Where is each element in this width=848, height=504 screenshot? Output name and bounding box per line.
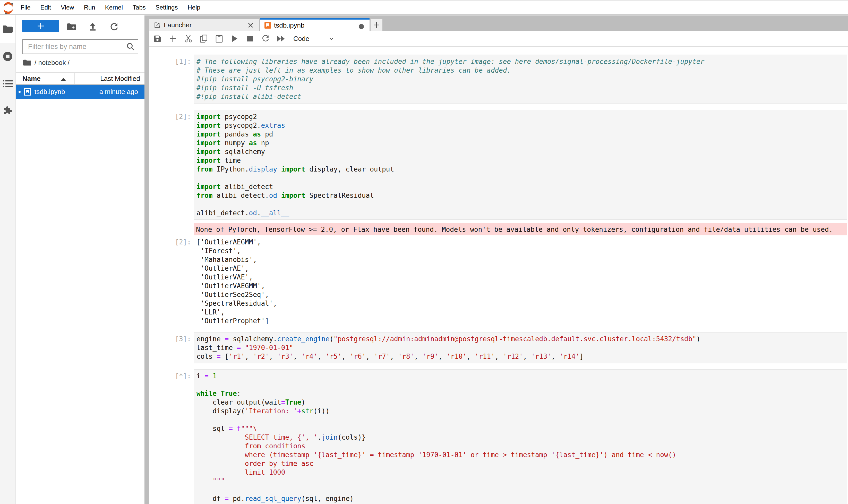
file-browser-toolbar xyxy=(16,15,144,39)
menu-tabs[interactable]: Tabs xyxy=(128,1,151,14)
stderr-output: None of PyTorch, TensorFlow >= 2.0, or F… xyxy=(149,223,848,235)
file-filter-box xyxy=(22,39,138,54)
unsaved-dot xyxy=(19,91,21,93)
launcher-icon xyxy=(154,22,160,28)
file-list-header: Name Last Modified xyxy=(16,73,144,85)
new-tab-button[interactable] xyxy=(370,18,383,31)
chevron-down-icon xyxy=(328,35,335,42)
cell-prompt: [3]: xyxy=(149,332,194,343)
extension-icon xyxy=(3,106,12,115)
panel-splitter[interactable] xyxy=(144,15,149,504)
sort-ascending-icon xyxy=(61,77,66,82)
file-name: tsdb.ipynb xyxy=(35,88,65,96)
breadcrumb-path: / notebook / xyxy=(35,59,70,67)
tab-notebook-label: tsdb.ipynb xyxy=(274,21,305,29)
dock-tab-bar: Launcher tsdb.ipynb xyxy=(149,15,848,31)
fast-forward-button[interactable] xyxy=(276,34,286,44)
copy-button[interactable] xyxy=(199,34,209,44)
close-icon[interactable] xyxy=(248,22,254,28)
folder-icon xyxy=(3,25,13,33)
stderr-message: None of PyTorch, TensorFlow >= 2.0, or F… xyxy=(194,223,847,235)
code-cell: [2]:import psycopg2 import psycopg2.extr… xyxy=(149,110,848,220)
column-divider xyxy=(74,73,75,84)
file-browser-panel: / notebook / Name Last Modified tsdb.ipy… xyxy=(16,15,144,504)
file-row[interactable]: tsdb.ipynba minute ago xyxy=(16,85,144,99)
cell-prompt: [1]: xyxy=(149,55,194,66)
menu-bar: FileEditViewRunKernelTabsSettingsHelp xyxy=(0,1,848,15)
tab-notebook[interactable]: tsdb.ipynb xyxy=(260,18,369,31)
new-folder-button[interactable] xyxy=(67,22,77,32)
upload-button[interactable] xyxy=(88,22,98,32)
file-filter-input[interactable] xyxy=(23,43,123,51)
main-menu: FileEditViewRunKernelTabsSettingsHelp xyxy=(16,1,205,14)
restart-button[interactable] xyxy=(260,34,271,44)
cell-type-select[interactable]: Code xyxy=(293,31,309,46)
run-button[interactable] xyxy=(230,34,240,44)
cell-editor[interactable]: import psycopg2 import psycopg2.extras i… xyxy=(194,110,847,220)
code-cell: [1]:# The following libraries have alrea… xyxy=(149,55,848,104)
stop-button[interactable] xyxy=(245,34,255,44)
running-icon xyxy=(3,51,13,61)
jupyterlab-app: FileEditViewRunKernelTabsSettingsHelp / … xyxy=(0,0,848,504)
code-cell: [3]:engine = sqlalchemy.create_engine("p… xyxy=(149,332,848,363)
menu-run[interactable]: Run xyxy=(79,1,100,14)
menu-help[interactable]: Help xyxy=(183,1,205,14)
add-button[interactable] xyxy=(168,34,178,44)
sidebar-tab-table-of-contents[interactable] xyxy=(0,70,15,97)
file-list: tsdb.ipynba minute ago xyxy=(16,85,144,99)
result-text: ['OutlierAEGMM', 'IForest', 'Mahalanobis… xyxy=(194,238,848,325)
execute-result: [2]:['OutlierAEGMM', 'IForest', 'Mahalan… xyxy=(149,238,848,325)
refresh-button[interactable] xyxy=(109,22,119,32)
dock-panel: Launcher tsdb.ipynb Code [1]:# The follo… xyxy=(149,15,848,504)
sidebar-tab-running-sessions[interactable] xyxy=(0,43,15,70)
cell-prompt: [2]: xyxy=(149,110,194,121)
cell-prompt xyxy=(149,223,194,226)
file-modified: a minute ago xyxy=(100,88,138,96)
jupyter-logo xyxy=(0,1,16,14)
notebook-toolbar: Code xyxy=(149,31,848,47)
column-header-name[interactable]: Name xyxy=(22,73,41,84)
output-prompt: [2]: xyxy=(149,238,194,247)
notebook-icon xyxy=(24,88,31,97)
notebook-content[interactable]: [1]:# The following libraries have alrea… xyxy=(149,47,848,504)
sidebar-tab-extension-manager[interactable] xyxy=(0,97,15,125)
left-sidebar xyxy=(0,15,16,504)
new-launcher-button[interactable] xyxy=(22,20,59,32)
menu-kernel[interactable]: Kernel xyxy=(100,1,128,14)
main-area: / notebook / Name Last Modified tsdb.ipy… xyxy=(0,15,848,504)
search-icon xyxy=(123,42,138,51)
sidebar-tab-file-browser[interactable] xyxy=(0,15,15,43)
menu-edit[interactable]: Edit xyxy=(36,1,56,14)
cell-editor[interactable]: engine = sqlalchemy.create_engine("postg… xyxy=(194,332,847,363)
menu-file[interactable]: File xyxy=(16,1,36,14)
cell-prompt: [*]: xyxy=(149,369,194,380)
cell-editor[interactable]: # The following libraries have already b… xyxy=(194,55,847,104)
plus-icon xyxy=(37,22,44,30)
tab-launcher-label: Launcher xyxy=(164,21,192,29)
add-tab-icon xyxy=(373,22,380,28)
tab-launcher[interactable]: Launcher xyxy=(149,18,260,31)
cell-editor[interactable]: i = 1 while True: clear_output(wait=True… xyxy=(194,369,847,504)
column-header-modified[interactable]: Last Modified xyxy=(100,73,140,84)
cut-button[interactable] xyxy=(183,34,193,44)
paste-button[interactable] xyxy=(214,34,224,44)
save-button[interactable] xyxy=(152,34,162,44)
unsaved-changes-dot xyxy=(359,24,364,29)
code-cell: [*]:i = 1 while True: clear_output(wait=… xyxy=(149,369,848,504)
breadcrumb-folder-icon xyxy=(23,59,31,66)
menu-view[interactable]: View xyxy=(56,1,79,14)
breadcrumb[interactable]: / notebook / xyxy=(16,55,144,70)
menu-settings[interactable]: Settings xyxy=(151,1,183,14)
toc-icon xyxy=(3,79,13,88)
notebook-icon xyxy=(265,22,271,29)
